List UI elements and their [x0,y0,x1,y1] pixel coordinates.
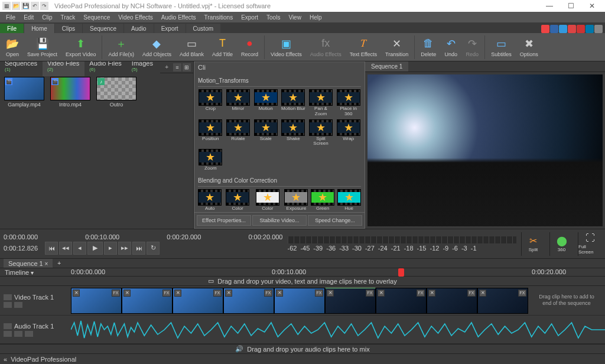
add-objects-button[interactable]: ◆Add Objects [139,34,175,60]
menu-tools[interactable]: Tools [263,13,284,22]
audio-effects-button[interactable]: fxAudio Effects [307,34,345,60]
effect-item[interactable]: ★Auto Levels [198,189,222,212]
video-clip[interactable]: ✕FX [71,288,122,314]
menu-edit[interactable]: Edit [20,13,37,22]
effect-item[interactable]: ★Mirror [226,89,251,117]
tab-home[interactable]: Home [24,24,54,33]
maximize-button[interactable]: ☐ [560,0,581,12]
tab-custom[interactable]: Custom [186,24,220,33]
effect-item[interactable]: ★Motion [253,89,278,117]
view-grid-icon[interactable]: ⊞ [183,63,191,72]
social-gp-icon[interactable] [568,25,576,33]
menu-track[interactable]: Track [57,13,79,22]
video-clip[interactable]: ✕FX [122,288,173,314]
effect-item[interactable]: ★Color adjustments [253,189,282,212]
add-files-button[interactable]: ＋Add File(s) [105,34,138,60]
goto-end-button[interactable]: ⏭ [132,242,145,255]
clip-fx-icon[interactable]: FX [112,290,120,297]
preview-viewport[interactable] [367,74,603,226]
social-tw-icon[interactable] [559,25,567,33]
menu-video-effects[interactable]: Video Effects [115,13,157,22]
speed-change-button[interactable]: Speed Change... [308,215,362,226]
clip-x-icon[interactable]: ✕ [73,290,80,297]
menu-sequence[interactable]: Sequence [80,13,113,22]
fullscreen-button[interactable]: ⛶Full Screen [578,232,601,256]
video-clip[interactable]: ✕FX [223,288,274,314]
track-toggle-icon[interactable] [4,294,12,300]
effect-item[interactable]: ★Wrap [336,119,361,147]
bin-item[interactable]: 🎬Gamplay.mp4 [4,77,45,108]
effect-item[interactable]: ★Split Screen [308,119,334,147]
qat-open-icon[interactable]: 📂 [12,2,20,10]
lock-icon[interactable] [25,331,33,337]
transition-button[interactable]: ✕Transition [382,34,412,60]
menu-export[interactable]: Export [238,13,262,22]
mute-icon[interactable] [4,331,12,337]
bin-item[interactable]: ♪Outro [96,77,137,108]
video-clip[interactable]: ✕FX [173,288,223,314]
bin-item[interactable]: 🎬Intro.mp4 [50,77,91,108]
solo-icon[interactable] [14,331,22,337]
minimize-button[interactable]: — [539,0,560,12]
qat-redo-icon[interactable]: ↷ [40,2,48,10]
tab-clips[interactable]: Clips [55,24,82,33]
effect-item[interactable]: ★Rotate [226,119,251,147]
sequence-tab[interactable]: Sequence 1 × [4,259,53,268]
split-button[interactable]: ✂Split [521,232,545,256]
video-effects-button[interactable]: ▣Video Effects [267,34,305,60]
menu-help[interactable]: Help [306,13,326,22]
effect-item[interactable]: ★Exposure [284,189,308,212]
preview-tab[interactable]: Sequence 1 [365,61,408,72]
step-fwd-button[interactable]: ▸ [104,242,117,255]
loop-button[interactable]: ↻ [147,242,160,255]
view-list-icon[interactable]: ≡ [173,63,181,72]
video-track-content[interactable]: ✕FX ✕FX ✕FX ✕FX ✕FX ✕FX ✕FX ✕FX ✕FX Drag… [71,286,605,315]
delete-button[interactable]: 🗑Delete [417,34,440,60]
tab-audio[interactable]: Audio [124,24,154,33]
step-back-button[interactable]: ◂ [73,242,86,255]
video-clip[interactable]: ✕FX [325,288,376,314]
effect-item[interactable]: ★Shake [281,119,306,147]
audio-track-content[interactable] [71,316,605,343]
close-button[interactable]: ✕ [581,0,603,12]
effect-item[interactable]: ★Motion Blur [281,89,306,117]
record-button[interactable]: ●Record [238,34,262,60]
redo-button[interactable]: ↷Redo [462,34,482,60]
bin-tab-add[interactable]: + [160,62,173,72]
next-frame-button[interactable]: ▸▸ [118,242,131,255]
menu-file[interactable]: File [2,13,19,22]
play-button[interactable]: ▶ [87,242,103,255]
tab-export[interactable]: Export [154,24,186,33]
effect-item[interactable]: ★Crop [198,89,223,117]
save-project-button[interactable]: 💾Save Project [24,34,61,60]
social-li-icon[interactable] [586,25,594,33]
effect-item[interactable]: ★Scale [253,119,278,147]
goto-start-button[interactable]: ⏮ [45,242,58,255]
audio-clip[interactable] [71,318,605,342]
undo-button[interactable]: ↶Undo [441,34,461,60]
stabilize-video-button[interactable]: Stabilize Video... [252,215,307,226]
prev-frame-button[interactable]: ◂◂ [59,242,72,255]
effect-item[interactable]: ★Color Curves [225,189,251,212]
options-button[interactable]: ✖Options [516,34,542,60]
lock-icon[interactable] [14,302,22,308]
social-fb-icon[interactable] [550,25,558,33]
timeline-ruler[interactable]: Timeline ▾ 0:00:00.000 0:00:10.000 0:00:… [0,268,605,276]
mute-icon[interactable] [4,302,12,308]
qat-undo-icon[interactable]: ↶ [31,2,39,10]
social-yt-icon[interactable] [541,25,549,33]
effect-item[interactable]: ★Green Screen [311,189,335,212]
menu-audio-effects[interactable]: Audio Effects [158,13,200,22]
menu-transitions[interactable]: Transitions [201,13,237,22]
social-more-icon[interactable] [594,25,603,33]
tab-sequence[interactable]: Sequence [83,24,123,33]
effect-item[interactable]: ★Place in 360 [336,89,361,117]
tab-file[interactable]: File [0,24,24,33]
text-effects-button[interactable]: 𝑇Text Effects [346,34,380,60]
effect-properties-button[interactable]: Effect Properties... [197,215,251,226]
open-button[interactable]: 📂Open [2,34,22,60]
effects-tab[interactable]: Cli [194,62,365,73]
effect-item[interactable]: ★Pan & Zoom [308,89,334,117]
video-clip[interactable]: ✕FX [477,288,528,314]
add-blank-button[interactable]: ▭Add Blank [176,34,207,60]
